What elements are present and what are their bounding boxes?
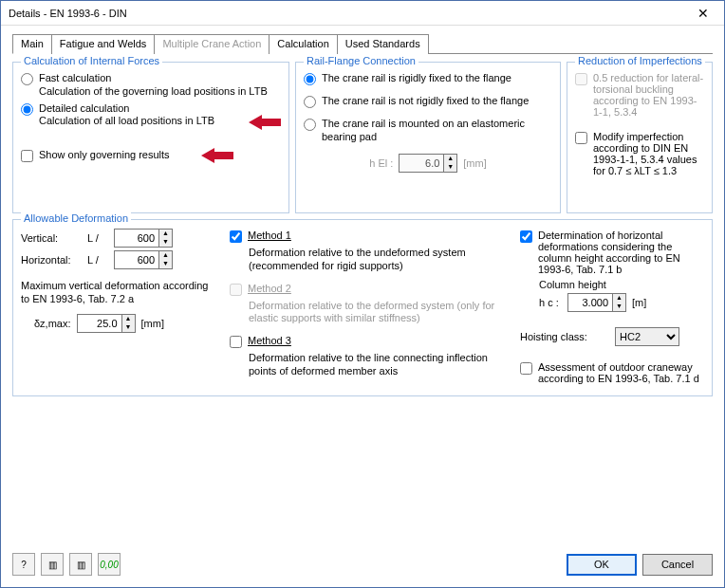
radio-rail-rigid[interactable] [304,73,316,85]
spinner-vertical[interactable]: ▲▼ [114,229,173,248]
toolbar-icon-1[interactable]: ▥ [41,553,64,576]
label-detailed-calc: Detailed calculation [39,102,129,114]
legend: Rail-Flange Connection [304,55,418,66]
checkbox-det-horiz[interactable] [520,230,532,243]
toolbar-icon-2[interactable]: ▥ [69,553,92,576]
label-det-horiz: Determination of horizontal deformations… [538,230,704,275]
unit-m: [m] [632,297,646,308]
ok-button[interactable]: OK [567,554,637,576]
label-rail-not-rigid: The crane rail is not rigidly fixed to t… [322,95,529,108]
label-outdoor: Assessment of outdoor craneway according… [538,361,704,384]
radio-rail-elastomeric[interactable] [304,119,316,131]
footer: ? ▥ ▥ 0,00 OK Cancel [1,549,724,587]
input-hel [400,155,443,172]
input-dzmax[interactable] [78,315,121,332]
label-hc: h c : [539,297,567,308]
checkbox-method1[interactable] [230,230,242,243]
radio-fast-calc[interactable] [21,73,33,85]
desc-method3: Deformation relative to the line connect… [249,352,501,378]
svg-marker-0 [249,115,281,130]
checkbox-governing-results[interactable] [21,150,33,162]
label-method1: Method 1 [248,230,291,241]
dialog-body: Main Fatigue and Welds Multiple Crane Ac… [1,26,724,549]
label-hel: h El : [369,157,393,169]
select-hoisting-class[interactable]: HC2 [615,327,679,346]
label-vertical: Vertical: [21,232,87,244]
label-max-vert-def: Maximum vertical deformation according t… [21,279,211,306]
label-governing-results: Show only governing results [39,149,170,160]
tab-multiple-crane: Multiple Crane Action [154,34,270,54]
arrow-icon [201,147,233,164]
spin-up-icon[interactable]: ▲ [613,294,625,303]
group-allowable-deformation: Allowable Deformation Vertical: L / ▲▼ H… [12,219,713,396]
spin-up-icon[interactable]: ▲ [159,230,172,238]
tab-calculation[interactable]: Calculation [269,34,337,54]
desc-method2: Deformation relative to the deformed sys… [249,300,501,326]
group-calc-internal-forces: Calculation of Internal Forces Fast calc… [12,62,289,213]
arrow-icon [249,114,281,131]
label-l-slash: L / [87,254,114,266]
spin-up-icon[interactable]: ▲ [122,315,135,323]
label-modify-imperfection: Modify imperfection according to DIN EN … [593,131,704,176]
checkbox-modify-imperfection[interactable] [575,132,587,144]
checkbox-outdoor[interactable] [520,362,532,375]
legend: Calculation of Internal Forces [21,55,162,66]
checkbox-method3[interactable] [230,336,242,348]
label-05-reduction: 0.5 reduction for lateral-torsional buck… [593,72,704,118]
help-icon[interactable]: ? [12,553,35,576]
group-reduction-imperfections: Reduction of Imperfections 0.5 reduction… [567,62,713,213]
svg-marker-1 [201,148,233,163]
close-icon[interactable]: ✕ [690,4,716,23]
desc-fast-calc: Calculation of the governing load positi… [39,85,268,97]
tab-used-standards[interactable]: Used Standards [337,34,429,54]
tab-bar: Main Fatigue and Welds Multiple Crane Ac… [12,33,713,54]
label-rail-rigid: The crane rail is rigidly fixed to the f… [322,72,511,85]
label-l-slash: L / [87,232,114,244]
label-dzmax: δz,max: [34,318,71,329]
spin-down-icon: ▼ [444,163,456,172]
titlebar: Details - EN 1993-6 - DIN ✕ [1,1,724,26]
desc-detailed-calc: Calculation of all load positions in LTB [39,115,214,126]
spin-up-icon: ▲ [444,155,456,163]
input-horizontal[interactable] [115,251,158,268]
label-horizontal: Horizontal: [21,254,87,266]
label-rail-elastomeric: The crane rail is mounted on an elastome… [322,118,552,144]
unit-mm: [mm] [463,157,486,169]
spinner-hc[interactable]: ▲▼ [567,293,626,312]
spin-up-icon[interactable]: ▲ [159,251,172,260]
cancel-button[interactable]: Cancel [642,554,713,576]
label-column-height: Column height [539,279,704,290]
spinner-horizontal[interactable]: ▲▼ [114,250,173,269]
label-fast-calc: Fast calculation [39,72,111,83]
group-rail-flange: Rail-Flange Connection The crane rail is… [295,62,561,213]
window-title: Details - EN 1993-6 - DIN [9,8,690,19]
checkbox-method2 [230,284,242,296]
radio-detailed-calc[interactable] [21,103,33,116]
unit-mm: [mm] [141,318,164,329]
decimal-icon[interactable]: 0,00 [98,553,121,576]
desc-method1: Deformation relative to the undeformed s… [249,247,501,273]
spin-down-icon[interactable]: ▼ [613,303,625,311]
label-method3: Method 3 [248,335,291,346]
tab-main[interactable]: Main [12,34,52,54]
input-hc[interactable] [568,294,612,311]
dialog-window: Details - EN 1993-6 - DIN ✕ Main Fatigue… [0,0,725,588]
tab-fatigue[interactable]: Fatigue and Welds [51,34,156,54]
spin-down-icon[interactable]: ▼ [122,323,135,332]
radio-rail-not-rigid[interactable] [304,96,316,108]
label-method2: Method 2 [248,283,291,294]
spinner-dzmax[interactable]: ▲▼ [77,314,136,333]
spin-down-icon[interactable]: ▼ [159,260,172,268]
spinner-hel[interactable]: ▲▼ [399,154,457,173]
checkbox-05-reduction [575,73,587,85]
legend: Reduction of Imperfections [575,55,705,66]
spin-down-icon[interactable]: ▼ [159,238,172,247]
legend: Allowable Deformation [21,212,131,224]
label-hoisting-class: Hoisting class: [520,331,615,342]
input-vertical[interactable] [115,230,158,247]
